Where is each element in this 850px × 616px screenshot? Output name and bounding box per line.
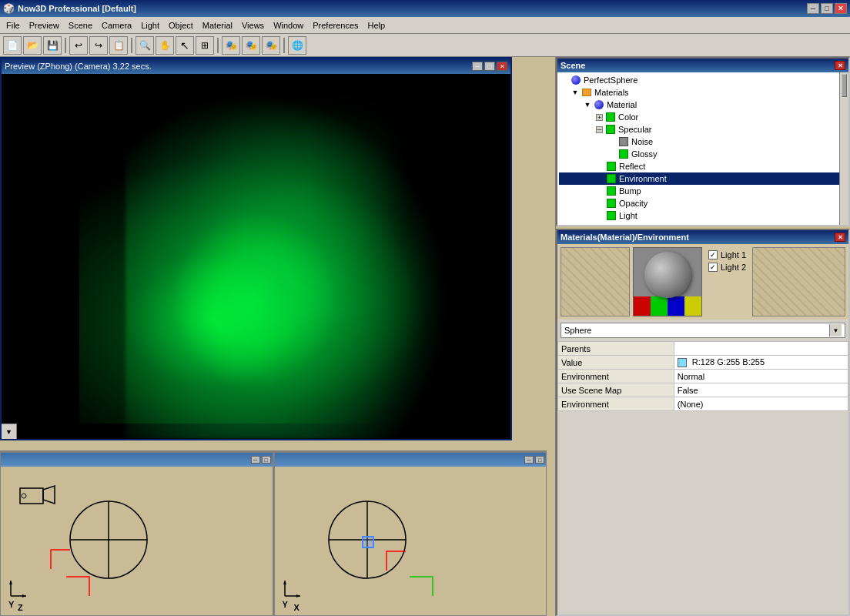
toolbar-grid[interactable]: ⊞ xyxy=(196,36,214,55)
color-icon xyxy=(606,112,615,122)
tree-label-specular: Specular xyxy=(618,125,651,134)
maximize-button[interactable]: □ xyxy=(821,3,833,14)
prop-env2-label: Environment xyxy=(558,397,674,411)
viewport-row: ─ □ xyxy=(0,450,547,616)
toolbar-select[interactable]: ↖ xyxy=(176,36,194,55)
svg-marker-9 xyxy=(22,594,26,598)
menu-light[interactable]: Light xyxy=(136,19,164,32)
sphere-core xyxy=(202,223,356,362)
vp1-minimize[interactable]: ─ xyxy=(251,456,260,464)
tree-item-perfectsphere[interactable]: PerfectSphere xyxy=(559,74,847,86)
tree-item-materials[interactable]: ▼ Materials xyxy=(559,86,847,99)
title-bar: 🎲 Now3D Professional [Default] ─ □ ✕ xyxy=(0,0,850,17)
menu-object[interactable]: Object xyxy=(164,19,198,32)
toolbar-redo[interactable]: ↪ xyxy=(89,36,108,55)
sphere-dropdown[interactable]: Sphere ▼ xyxy=(561,323,845,338)
vp1-maximize[interactable]: □ xyxy=(262,456,271,464)
sphere-icon xyxy=(571,75,581,85)
title-bar-left: 🎲 Now3D Professional [Default] xyxy=(3,3,136,14)
noise-icon xyxy=(619,137,628,146)
tree-item-environment[interactable]: Environment xyxy=(559,172,847,185)
tree-item-bump[interactable]: Bump xyxy=(559,185,847,197)
vp2-minimize[interactable]: ─ xyxy=(524,456,534,464)
tree-label-bump: Bump xyxy=(619,186,641,196)
menu-help[interactable]: Help xyxy=(363,19,390,32)
toolbar-sep-2 xyxy=(131,38,132,53)
minimize-button[interactable]: ─ xyxy=(807,3,819,14)
preview-collapse-btn[interactable]: ▼ xyxy=(2,424,17,439)
glossy-icon xyxy=(619,149,628,159)
toolbar-render2[interactable]: 🎭 xyxy=(242,36,260,55)
toolbar-web[interactable]: 🌐 xyxy=(288,36,306,55)
tree-label-materials: Materials xyxy=(594,88,629,97)
opacity-icon xyxy=(607,199,616,208)
menu-window[interactable]: Window xyxy=(269,19,308,32)
materials-close-btn[interactable]: ✕ xyxy=(835,233,845,242)
preview-maximize[interactable]: □ xyxy=(484,62,495,71)
light1-label: Light 1 xyxy=(721,250,746,259)
prop-env-value[interactable]: Normal xyxy=(674,370,848,383)
toolbar-render1[interactable]: 🎭 xyxy=(222,36,240,55)
tree-item-material[interactable]: ▼ Material xyxy=(559,99,847,111)
right-bg-area xyxy=(752,247,845,316)
app-icon: 🎲 xyxy=(3,3,15,14)
prop-parents-value[interactable] xyxy=(674,342,848,356)
svg-marker-8 xyxy=(9,581,12,584)
properties-table: Parents Value R:128 G:255 B:255 Environm… xyxy=(557,341,848,411)
toolbar-pan[interactable]: ✋ xyxy=(156,36,174,55)
light2-label: Light 2 xyxy=(721,263,746,272)
toolbar-copy[interactable]: 📋 xyxy=(109,36,128,55)
scene-close-btn[interactable]: ✕ xyxy=(835,61,845,70)
close-button[interactable]: ✕ xyxy=(835,3,847,14)
preview-content xyxy=(2,74,510,439)
vp1-z-axis: Z xyxy=(18,603,23,612)
tree-item-noise[interactable]: Noise xyxy=(559,136,847,148)
prop-value-text: R:128 G:255 B:255 xyxy=(692,357,765,367)
tree-label-light: Light xyxy=(619,211,638,220)
toolbar-zoom[interactable]: 🔍 xyxy=(136,36,154,55)
tree-item-color[interactable]: + Color xyxy=(559,111,847,123)
menu-views[interactable]: Views xyxy=(237,19,269,32)
vp1-axis-arrows xyxy=(7,577,30,600)
menu-camera[interactable]: Camera xyxy=(97,19,136,32)
preview-sphere xyxy=(644,252,691,298)
menu-scene[interactable]: Scene xyxy=(64,19,97,32)
preview-minimize[interactable]: ─ xyxy=(472,62,483,71)
camera-icon xyxy=(12,482,66,513)
prop-value: Value R:128 G:255 B:255 xyxy=(558,356,848,370)
viewport-2: ─ □ xyxy=(274,452,547,616)
prop-env2-value[interactable]: (None) xyxy=(674,397,848,411)
vp1-title-bar: ─ □ xyxy=(1,453,273,467)
tree-item-opacity[interactable]: Opacity xyxy=(559,197,847,209)
toolbar-open[interactable]: 📂 xyxy=(23,36,42,55)
prop-value-value[interactable]: R:128 G:255 B:255 xyxy=(674,356,848,370)
prop-parents-label: Parents xyxy=(558,342,674,356)
menu-preview[interactable]: Preview xyxy=(25,19,64,32)
tree-item-reflect[interactable]: Reflect xyxy=(559,160,847,172)
preview-close[interactable]: ✕ xyxy=(497,62,507,71)
menu-material[interactable]: Material xyxy=(198,19,237,32)
viewport-1: ─ □ xyxy=(0,452,274,616)
scene-scrollbar-thumb[interactable] xyxy=(842,74,847,97)
scene-scrollbar[interactable] xyxy=(839,72,848,225)
light2-checkbox[interactable]: ✓ xyxy=(708,263,718,272)
toolbar-save[interactable]: 💾 xyxy=(43,36,62,55)
svg-marker-15 xyxy=(283,581,286,584)
toolbar-undo[interactable]: ↩ xyxy=(69,36,88,55)
tree-item-light[interactable]: Light xyxy=(559,209,847,222)
tree-label-glossy: Glossy xyxy=(631,149,658,159)
vp2-maximize[interactable]: □ xyxy=(535,456,544,464)
menu-file[interactable]: File xyxy=(2,19,25,32)
materials-content: ✓ Light 1 ✓ Light 2 xyxy=(557,244,848,614)
scene-tree: PerfectSphere ▼ Materials ▼ Material xyxy=(557,72,848,225)
green-bracket-br xyxy=(406,569,437,600)
left-panel: Preview (ZPhong) (Camera) 3,22 secs. ─ □… xyxy=(0,57,555,616)
menu-preferences[interactable]: Preferences xyxy=(308,19,363,32)
tree-item-specular[interactable]: ─ Specular xyxy=(559,123,847,136)
tree-item-glossy[interactable]: Glossy xyxy=(559,148,847,160)
toolbar-new[interactable]: 📄 xyxy=(3,36,22,55)
light1-checkbox[interactable]: ✓ xyxy=(708,250,718,259)
toolbar-render3[interactable]: 🎭 xyxy=(262,36,280,55)
vp2-y-axis: Y xyxy=(283,600,288,609)
prop-usescene-value[interactable]: False xyxy=(674,383,848,397)
